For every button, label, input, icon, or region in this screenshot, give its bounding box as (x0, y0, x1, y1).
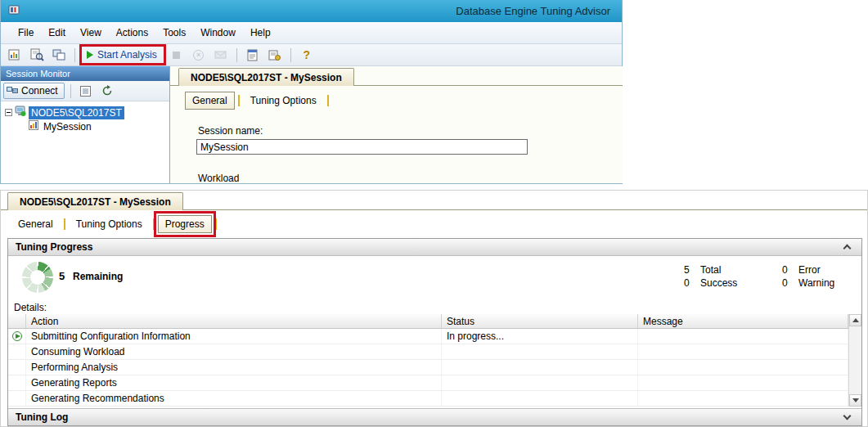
arrow-down-icon (852, 398, 859, 402)
table-row[interactable]: Consuming Workload (8, 344, 861, 360)
title-bar: Database Engine Tuning Advisor (1, 0, 622, 22)
toolbar-separator (74, 48, 75, 62)
action-cell: Performing Analysis (26, 360, 442, 375)
column-header-message[interactable]: Message (638, 314, 848, 328)
details-label: Details: (14, 302, 47, 313)
start-analysis-button[interactable]: Start Analysis (82, 47, 164, 63)
bottom-tab-strip: GeneralTuning OptionsProgress (11, 215, 220, 233)
menu-item-edit[interactable]: Edit (41, 24, 73, 42)
cancel-icon: × (190, 46, 208, 64)
report-icon[interactable] (244, 46, 262, 64)
app-icon (7, 3, 20, 19)
action-cell: Generating Reports (26, 375, 442, 390)
play-icon (87, 51, 93, 59)
remaining-label: Remaining (73, 271, 123, 282)
status-cell (442, 360, 638, 375)
session-name-input[interactable] (196, 139, 528, 155)
cascade-windows-icon[interactable] (50, 46, 68, 64)
session-tree: NODE5\SQL2017ST MySession (1, 101, 169, 133)
tab-progress[interactable]: Progress (158, 215, 212, 233)
top-tab-strip: GeneralTuning Options (185, 92, 332, 110)
status-cell (442, 391, 638, 406)
tuning-log-title: Tuning Log (16, 411, 68, 423)
tab-divider (327, 95, 329, 106)
tab-divider (64, 218, 65, 230)
stop-monitor-icon[interactable] (77, 82, 95, 100)
menu-item-help[interactable]: Help (243, 24, 278, 42)
collapse-icon[interactable] (5, 109, 12, 116)
session-name-label: Session name: (198, 125, 263, 137)
message-cell (638, 360, 848, 375)
tab-tuning-options[interactable]: Tuning Options (69, 215, 150, 233)
stat-label: Error (798, 264, 821, 276)
tab-general[interactable]: General (11, 215, 61, 233)
row-indicator-cell (8, 344, 26, 359)
stat-label: Total (700, 264, 721, 276)
new-session-icon[interactable] (6, 46, 24, 64)
menu-item-tools[interactable]: Tools (155, 24, 193, 42)
column-header-status[interactable]: Status (442, 314, 638, 328)
server-icon (15, 106, 26, 119)
toolbar-separator (236, 48, 237, 62)
status-cell: In progress... (442, 329, 638, 344)
menu-item-file[interactable]: File (11, 24, 41, 42)
stat-success: 0Success (684, 276, 774, 290)
table-row[interactable]: Submitting Configuration InformationIn p… (8, 329, 861, 344)
tree-item-server[interactable]: NODE5\SQL2017ST (3, 106, 169, 119)
stat-label: Warning (798, 277, 834, 289)
menu-item-window[interactable]: Window (193, 24, 243, 42)
connect-button[interactable]: Connect (3, 83, 65, 99)
open-session-icon[interactable] (28, 46, 46, 64)
refresh-icon[interactable] (98, 82, 116, 100)
tuning-progress-title: Tuning Progress (16, 241, 92, 253)
status-cell (442, 375, 638, 390)
table-row[interactable]: Generating Recommendations (8, 391, 861, 407)
stop-analysis-icon (168, 46, 186, 64)
session-icon (29, 120, 38, 133)
session-monitor-toolbar: Connect (1, 81, 169, 101)
bottom-document-tab[interactable]: NODE5\SQL2017ST - MySession (7, 192, 183, 210)
progress-summary: 5 Remaining 5Total0Success 0Error0Warnin… (8, 256, 861, 299)
column-header-action[interactable]: Action (26, 314, 442, 328)
tab-divider (153, 218, 155, 230)
tuning-log-header: Tuning Log (8, 408, 861, 425)
tab-general[interactable]: General (185, 92, 235, 110)
row-indicator-header (8, 314, 26, 328)
details-table-header: ActionStatusMessage (8, 314, 861, 329)
connect-icon (7, 85, 18, 97)
toolbar-separator (70, 84, 71, 98)
scroll-down-button[interactable] (849, 394, 861, 407)
menu-item-actions[interactable]: Actions (109, 24, 155, 42)
table-row[interactable]: Generating Reports (8, 375, 861, 391)
details-table: ActionStatusMessage Submitting Configura… (8, 314, 861, 407)
arrow-up-icon (852, 318, 859, 322)
stat-error: 0Error (782, 263, 868, 276)
evaluate-icon[interactable] (266, 46, 284, 64)
details-table-body: Submitting Configuration InformationIn p… (8, 329, 861, 407)
message-cell (638, 391, 848, 406)
collapse-section-button[interactable] (839, 240, 854, 254)
table-row[interactable]: Performing Analysis (8, 360, 861, 375)
stat-value: 0 (782, 277, 793, 289)
session-label: MySession (41, 120, 94, 133)
stat-value: 0 (684, 277, 695, 289)
tree-item-session[interactable]: MySession (3, 119, 169, 133)
top-document-tab[interactable]: NODE5\SQL2017ST - MySession (178, 68, 354, 86)
remaining-count: 5 (59, 270, 65, 282)
row-indicator-cell (8, 329, 26, 344)
menu-item-view[interactable]: View (73, 24, 109, 42)
help-icon[interactable]: ? (298, 46, 316, 64)
server-label: NODE5\SQL2017ST (29, 106, 124, 119)
action-cell: Generating Recommendations (26, 391, 442, 406)
stat-warning: 0Warning (782, 276, 868, 290)
tuning-progress-header: Tuning Progress (8, 239, 861, 256)
tab-divider (238, 95, 240, 106)
scroll-up-button[interactable] (849, 314, 861, 326)
in-progress-icon (12, 331, 22, 341)
vertical-scrollbar[interactable] (848, 314, 861, 407)
session-monitor-panel: Session Monitor Connect NODE (1, 66, 170, 183)
tab-tuning-options[interactable]: Tuning Options (243, 92, 324, 110)
row-indicator-cell (8, 360, 26, 375)
expand-section-button[interactable] (839, 411, 854, 424)
stats-col-2: 0Error0Warning (782, 263, 868, 290)
